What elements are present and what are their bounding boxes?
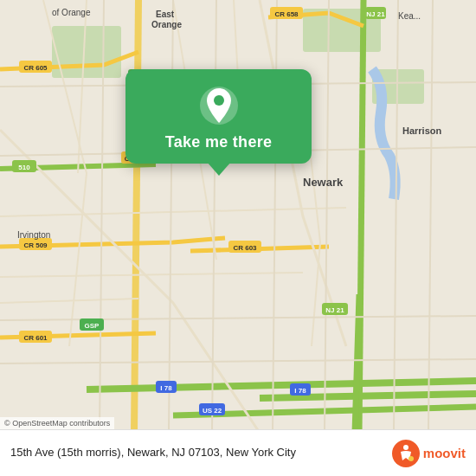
svg-text:CR 509: CR 509 (23, 241, 48, 249)
svg-text:I 78: I 78 (160, 384, 172, 392)
location-popup: Take me there (125, 69, 312, 164)
svg-text:CR 658: CR 658 (274, 10, 299, 18)
svg-text:I 78: I 78 (294, 387, 306, 395)
svg-point-41 (214, 95, 224, 106)
svg-text:Kea...: Kea... (398, 11, 421, 21)
moovit-logo: moovit (392, 440, 466, 467)
moovit-brand-icon (392, 440, 420, 467)
svg-text:CR 605: CR 605 (23, 64, 48, 72)
svg-text:Newark: Newark (303, 176, 344, 189)
take-me-there-button[interactable]: Take me there (165, 133, 273, 151)
svg-rect-2 (52, 26, 121, 78)
svg-text:CR 603: CR 603 (233, 244, 257, 252)
bottom-bar: 15th Ave (15th morris), Newark, NJ 07103… (0, 429, 476, 476)
map-container: CR 658 NJ 21 CR 605 GSP 510 CR 50 CR 509… (0, 0, 476, 476)
moovit-brand-text: moovit (423, 446, 466, 460)
svg-text:US 22: US 22 (203, 407, 222, 415)
svg-text:Orange: Orange (151, 20, 182, 29)
svg-text:Irvington: Irvington (17, 230, 50, 240)
svg-text:of Orange: of Orange (52, 8, 91, 17)
address-text: 15th Ave (15th morris), Newark, NJ 07103… (10, 445, 383, 460)
svg-text:Harrison: Harrison (402, 125, 442, 136)
svg-text:East: East (156, 10, 175, 19)
svg-text:GSP: GSP (85, 322, 100, 330)
svg-point-43 (403, 445, 408, 450)
svg-text:NJ 21: NJ 21 (325, 306, 344, 314)
svg-text:CR 601: CR 601 (23, 334, 48, 342)
svg-text:510: 510 (18, 164, 30, 171)
location-pin-icon (198, 85, 240, 126)
svg-point-44 (408, 456, 414, 461)
osm-attribution: © OpenStreetMap contributors (0, 417, 114, 429)
svg-text:NJ 21: NJ 21 (366, 10, 385, 18)
